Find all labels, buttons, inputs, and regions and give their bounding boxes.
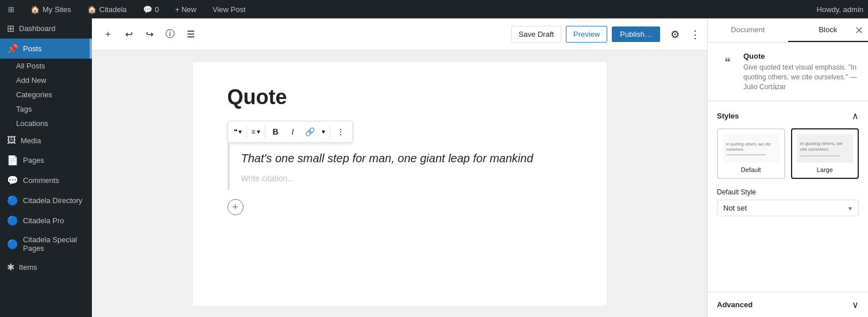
- style-options: In quoting others, we cite ourselves. De…: [717, 128, 859, 179]
- posts-icon: 📌: [7, 43, 18, 54]
- style-large-preview: In quoting others, we cite ourselves.: [797, 134, 854, 163]
- items-icon: ✱: [7, 262, 14, 273]
- quote-text[interactable]: That's one small step for man, one giant…: [241, 150, 561, 167]
- align-icon: ≡: [252, 128, 256, 136]
- rich-text-arrow: ▾: [322, 128, 325, 136]
- block-info: ❝ Quote Give quoted text visual emphasis…: [717, 52, 859, 91]
- block-toolbar: ❝ ▾ ≡ ▾ B I 🔗 ▾ ⋮: [227, 121, 353, 143]
- sidebar-item-dashboard[interactable]: ⊞ Dashboard: [0, 18, 92, 39]
- advanced-section: Advanced ∨: [708, 292, 868, 317]
- sidebar-item-items[interactable]: ✱ Items: [0, 257, 92, 277]
- editor-toolbar: ＋ ↩ ↪ ⓘ ☰ Save Draft Preview Publish… ⚙ …: [92, 18, 707, 51]
- panel-tabs: Document Block ✕: [708, 18, 868, 43]
- home-icon: 🏠: [30, 5, 40, 14]
- default-style-label: Default Style: [717, 188, 859, 196]
- editor-scroll: Quote ❝ ▾ ≡ ▾ B I 🔗: [92, 51, 707, 317]
- citadela-directory-icon: 🔵: [7, 195, 18, 206]
- publish-button[interactable]: Publish…: [612, 26, 660, 42]
- new-link[interactable]: + New: [172, 0, 200, 18]
- citadela-pro-icon: 🔵: [7, 215, 18, 226]
- quote-icon-small: ❝: [234, 128, 237, 136]
- styles-title: Styles: [717, 112, 739, 120]
- quote-citation[interactable]: Write citation...: [241, 174, 561, 183]
- admin-bar: ⊞ 🏠 My Sites 🏠 Citadela 💬 0 + New View P…: [0, 0, 868, 18]
- panel-divider-1: [708, 101, 868, 101]
- comments-link[interactable]: 💬 0: [140, 0, 163, 18]
- toolbar-separator-1: [246, 126, 247, 138]
- advanced-toggle-button[interactable]: ∨: [852, 299, 859, 310]
- page-title[interactable]: Quote: [227, 85, 572, 109]
- styles-toggle-button[interactable]: ∧: [852, 110, 859, 121]
- default-style-select[interactable]: Not set Default Large: [717, 200, 859, 216]
- save-draft-button[interactable]: Save Draft: [511, 26, 561, 43]
- media-icon: 🖼: [7, 135, 16, 146]
- sidebar-sub-locations[interactable]: Locations: [0, 116, 92, 131]
- style-default-label: Default: [723, 166, 780, 173]
- style-large-option[interactable]: In quoting others, we cite ourselves. La…: [791, 128, 859, 179]
- block-description: Give quoted text visual emphasis. "In qu…: [743, 63, 859, 91]
- toolbar-separator-3: [330, 126, 330, 138]
- right-panel: Document Block ✕ ❝ Quote Give quoted tex…: [707, 18, 868, 317]
- redo-button[interactable]: ↪: [140, 25, 159, 44]
- sidebar-item-citadela-special-pages[interactable]: 🔵 Citadela Special Pages: [0, 231, 92, 257]
- block-name: Quote: [743, 52, 859, 60]
- add-block-button[interactable]: +: [227, 199, 244, 215]
- panel-body: ❝ Quote Give quoted text visual emphasis…: [708, 43, 868, 292]
- comment-icon: 💬: [143, 5, 152, 14]
- block-type-selector[interactable]: ❝ ▾: [232, 127, 244, 137]
- sidebar-item-media[interactable]: 🖼 Media: [0, 131, 92, 150]
- wp-logo[interactable]: ⊞: [5, 0, 18, 18]
- sidebar: ⊞ Dashboard 📌 Posts All Posts Add New Ca…: [0, 18, 92, 317]
- my-sites-link[interactable]: 🏠 My Sites: [27, 0, 75, 18]
- wp-icon: ⊞: [8, 5, 14, 14]
- more-rich-text[interactable]: ▾: [319, 127, 327, 137]
- sidebar-sub-all-posts[interactable]: All Posts: [0, 59, 92, 73]
- preview-button[interactable]: Preview: [566, 26, 607, 43]
- editor-wrap: ＋ ↩ ↪ ⓘ ☰ Save Draft Preview Publish… ⚙ …: [92, 18, 707, 317]
- style-default-preview: In quoting others, we cite ourselves.: [723, 134, 780, 163]
- settings-button[interactable]: ⚙: [665, 24, 685, 45]
- block-type-icon: ❝: [717, 52, 738, 72]
- dashboard-icon: ⊞: [7, 23, 14, 34]
- sidebar-item-posts[interactable]: 📌 Posts: [0, 39, 92, 59]
- link-button[interactable]: 🔗: [302, 124, 318, 140]
- panel-close-button[interactable]: ✕: [855, 24, 863, 37]
- sidebar-item-citadela-pro[interactable]: 🔵 Citadela Pro: [0, 211, 92, 231]
- style-default-option[interactable]: In quoting others, we cite ourselves. De…: [717, 128, 785, 179]
- block-options-button[interactable]: ⋮: [333, 124, 349, 140]
- sidebar-sub-categories[interactable]: Categories: [0, 87, 92, 102]
- sidebar-sub-tags[interactable]: Tags: [0, 102, 92, 116]
- dropdown-arrow: ▾: [238, 128, 242, 136]
- citadela-special-pages-icon: 🔵: [7, 239, 18, 250]
- info-button[interactable]: ⓘ: [161, 25, 179, 44]
- sidebar-item-comments[interactable]: 💬 Comments: [0, 170, 92, 190]
- block-info-text: Quote Give quoted text visual emphasis. …: [743, 52, 859, 91]
- add-block-toolbar-button[interactable]: ＋: [99, 25, 117, 44]
- default-style-select-wrap: Not set Default Large: [717, 200, 859, 216]
- site-name-link[interactable]: 🏠 Citadela: [84, 0, 130, 18]
- sidebar-item-pages[interactable]: 📄 Pages: [0, 150, 92, 170]
- bold-button[interactable]: B: [268, 124, 284, 140]
- list-view-button[interactable]: ☰: [182, 25, 200, 44]
- home-icon-2: 🏠: [87, 5, 97, 14]
- main-layout: ⊞ Dashboard 📌 Posts All Posts Add New Ca…: [0, 18, 868, 317]
- tab-document[interactable]: Document: [708, 18, 788, 42]
- view-post-link[interactable]: View Post: [209, 0, 249, 18]
- quote-block: That's one small step for man, one giant…: [227, 143, 572, 190]
- sidebar-item-citadela-directory[interactable]: 🔵 Citadela Directory: [0, 190, 92, 211]
- alignment-selector[interactable]: ≡ ▾: [249, 127, 263, 137]
- styles-section-header: Styles ∧: [717, 110, 859, 121]
- italic-button[interactable]: I: [285, 124, 301, 140]
- comments-icon: 💬: [7, 175, 18, 186]
- undo-button[interactable]: ↩: [119, 25, 138, 44]
- howdy-text: Howdy, admin: [817, 5, 863, 14]
- editor-page: Quote ❝ ▾ ≡ ▾ B I 🔗: [193, 62, 607, 305]
- style-large-label: Large: [797, 166, 854, 173]
- advanced-title: Advanced: [717, 300, 753, 309]
- sidebar-sub-add-new[interactable]: Add New: [0, 73, 92, 87]
- more-options-button[interactable]: ⋮: [690, 28, 700, 41]
- toolbar-right: Save Draft Preview Publish… ⚙ ⋮: [511, 24, 700, 45]
- align-arrow: ▾: [257, 128, 260, 136]
- toolbar-separator-2: [265, 126, 265, 138]
- pages-icon: 📄: [7, 155, 18, 166]
